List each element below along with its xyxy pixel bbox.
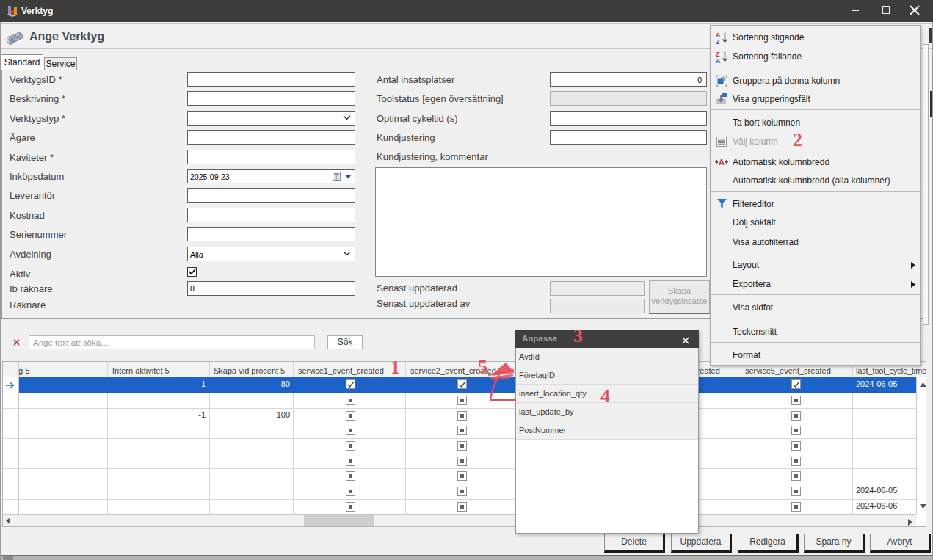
svg-text:Z: Z [716, 38, 720, 45]
svg-text:A: A [716, 57, 721, 64]
svg-text:A: A [719, 158, 725, 167]
